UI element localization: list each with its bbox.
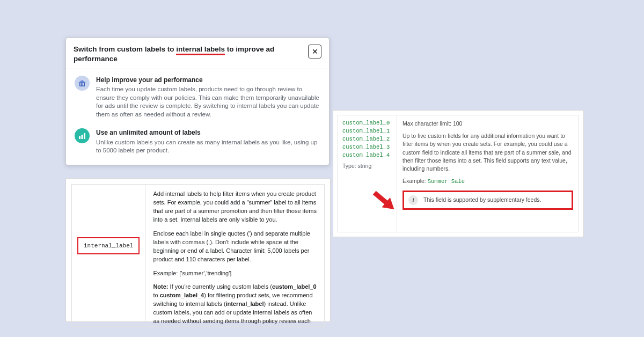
info-icon: i	[408, 195, 418, 205]
building-icon	[75, 76, 90, 91]
docs-panel-custom-label: custom_label_0 custom_label_1 custom_lab…	[333, 110, 584, 237]
custom-label-item: custom_label_1	[342, 128, 392, 134]
docs-p1: Add internal labels to help filter items…	[153, 190, 317, 224]
dialog-title: Switch from custom labels to internal la…	[74, 45, 308, 63]
chart-icon	[75, 128, 90, 143]
max-char-limit: Max character limit: 100	[402, 120, 573, 128]
custom-label-item: custom_label_4	[342, 152, 392, 158]
info-callout: i This field is supported by supplementa…	[402, 191, 573, 210]
example-value: Summer Sale	[428, 178, 465, 185]
docs-example: Example: ['summer','trending']	[153, 269, 317, 278]
svg-rect-7	[84, 133, 85, 139]
docs-panel-internal-label: internal_label Add internal labels to he…	[65, 178, 331, 322]
custom-label-item: custom_label_2	[342, 136, 392, 142]
close-button[interactable]: ✕	[308, 45, 321, 58]
custom-label-item: custom_label_3	[342, 144, 392, 150]
note-label: Note:	[153, 283, 168, 290]
svg-marker-1	[78, 80, 86, 83]
dialog-title-prefix: Switch from custom labels to	[74, 45, 176, 53]
dialog-switch-labels: Switch from custom labels to internal la…	[65, 38, 330, 165]
svg-rect-6	[82, 135, 83, 139]
row-heading: Use an unlimited amount of labels	[96, 128, 320, 137]
custom-label-item: custom_label_0	[342, 120, 392, 126]
dialog-row-unlimited: Use an unlimited amount of labels Unlike…	[75, 128, 320, 155]
svg-rect-2	[80, 83, 82, 86]
example-line: Example: Summer Sale	[402, 177, 573, 186]
type-line: Type: string	[342, 163, 392, 169]
svg-rect-3	[82, 83, 83, 86]
dialog-title-highlight: internal labels	[176, 45, 225, 55]
row-body: Unlike custom labels you can create as m…	[96, 139, 317, 154]
svg-rect-5	[79, 136, 80, 139]
custom-label-desc: Up to five custom fields for any additio…	[402, 132, 573, 173]
docs-p2: Enclose each label in single quotes (') …	[153, 230, 317, 264]
callout-text: This field is supported by supplementary…	[423, 196, 541, 204]
dialog-row-performance: Help improve your ad performance Each ti…	[75, 76, 320, 119]
svg-rect-4	[83, 83, 84, 86]
row-body: Each time you update custom labels, prod…	[96, 86, 319, 118]
field-name-chip: internal_label	[77, 237, 140, 254]
row-heading: Help improve your ad performance	[96, 76, 320, 84]
close-icon: ✕	[312, 48, 318, 55]
docs-note: Note: If you're currently using custom l…	[153, 283, 317, 326]
